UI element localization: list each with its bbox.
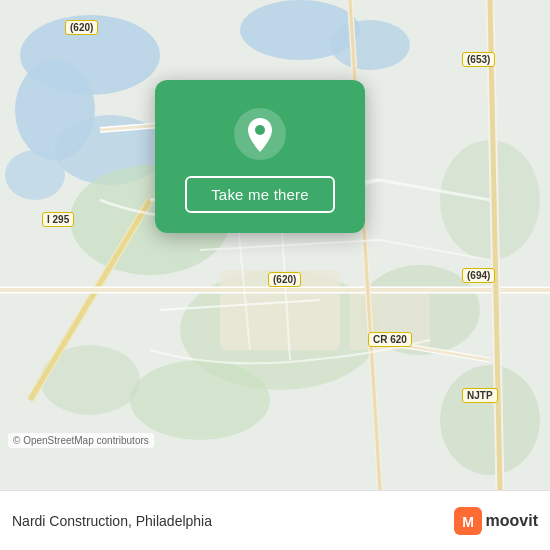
location-text: Nardi Construction, Philadelphia	[12, 513, 212, 529]
location-info: Nardi Construction, Philadelphia	[12, 513, 212, 529]
location-pin-icon	[234, 108, 286, 160]
svg-point-6	[330, 20, 410, 70]
svg-point-4	[5, 150, 65, 200]
map-attribution: © OpenStreetMap contributors	[8, 433, 154, 448]
svg-text:M: M	[462, 514, 474, 530]
road-label-694: (694)	[462, 268, 495, 283]
svg-point-10	[130, 360, 270, 440]
road-label-njtp: NJTP	[462, 388, 498, 403]
road-label-295: I 295	[42, 212, 74, 227]
road-label-620c: (620)	[268, 272, 301, 287]
take-me-there-button[interactable]: Take me there	[185, 176, 335, 213]
moovit-brand-text: moovit	[486, 512, 538, 530]
road-label-cr620: CR 620	[368, 332, 412, 347]
location-card: Take me there	[155, 80, 365, 233]
map-view: (620) (620) (653) I 295 (620) CR 620 (69…	[0, 0, 550, 490]
moovit-logo: M moovit	[454, 507, 538, 535]
svg-point-13	[440, 365, 540, 475]
svg-point-36	[255, 125, 265, 135]
road-label-620a: (620)	[65, 20, 98, 35]
bottom-bar: Nardi Construction, Philadelphia M moovi…	[0, 490, 550, 550]
road-label-653: (653)	[462, 52, 495, 67]
moovit-brand-icon: M	[454, 507, 482, 535]
card-green-area: Take me there	[155, 80, 365, 233]
